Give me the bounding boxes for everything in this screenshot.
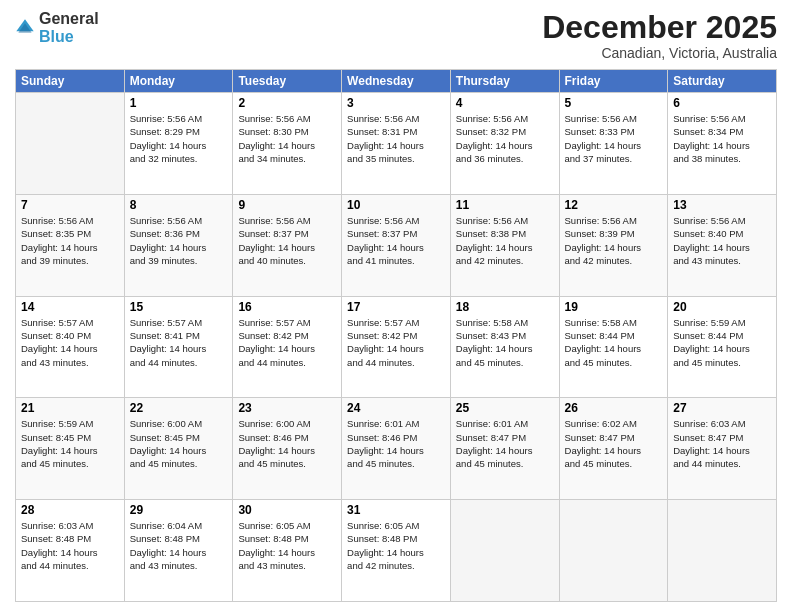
day-info: Sunrise: 6:05 AM Sunset: 8:48 PM Dayligh… bbox=[347, 519, 445, 572]
day-info: Sunrise: 5:56 AM Sunset: 8:37 PM Dayligh… bbox=[347, 214, 445, 267]
calendar-cell: 29Sunrise: 6:04 AM Sunset: 8:48 PM Dayli… bbox=[124, 500, 233, 602]
day-info: Sunrise: 5:57 AM Sunset: 8:42 PM Dayligh… bbox=[347, 316, 445, 369]
day-number: 3 bbox=[347, 96, 445, 110]
calendar-cell: 6Sunrise: 5:56 AM Sunset: 8:34 PM Daylig… bbox=[668, 93, 777, 195]
calendar-cell: 16Sunrise: 5:57 AM Sunset: 8:42 PM Dayli… bbox=[233, 296, 342, 398]
day-info: Sunrise: 5:59 AM Sunset: 8:44 PM Dayligh… bbox=[673, 316, 771, 369]
calendar-header-row: SundayMondayTuesdayWednesdayThursdayFrid… bbox=[16, 70, 777, 93]
calendar-cell: 19Sunrise: 5:58 AM Sunset: 8:44 PM Dayli… bbox=[559, 296, 668, 398]
calendar-cell: 14Sunrise: 5:57 AM Sunset: 8:40 PM Dayli… bbox=[16, 296, 125, 398]
day-of-week-header: Friday bbox=[559, 70, 668, 93]
calendar-week-row: 28Sunrise: 6:03 AM Sunset: 8:48 PM Dayli… bbox=[16, 500, 777, 602]
calendar-cell: 2Sunrise: 5:56 AM Sunset: 8:30 PM Daylig… bbox=[233, 93, 342, 195]
calendar-cell: 20Sunrise: 5:59 AM Sunset: 8:44 PM Dayli… bbox=[668, 296, 777, 398]
day-info: Sunrise: 5:56 AM Sunset: 8:32 PM Dayligh… bbox=[456, 112, 554, 165]
day-info: Sunrise: 6:03 AM Sunset: 8:48 PM Dayligh… bbox=[21, 519, 119, 572]
day-of-week-header: Monday bbox=[124, 70, 233, 93]
day-info: Sunrise: 5:59 AM Sunset: 8:45 PM Dayligh… bbox=[21, 417, 119, 470]
calendar-table: SundayMondayTuesdayWednesdayThursdayFrid… bbox=[15, 69, 777, 602]
day-number: 8 bbox=[130, 198, 228, 212]
day-info: Sunrise: 5:56 AM Sunset: 8:39 PM Dayligh… bbox=[565, 214, 663, 267]
day-info: Sunrise: 6:02 AM Sunset: 8:47 PM Dayligh… bbox=[565, 417, 663, 470]
day-number: 27 bbox=[673, 401, 771, 415]
day-number: 25 bbox=[456, 401, 554, 415]
day-of-week-header: Thursday bbox=[450, 70, 559, 93]
calendar-week-row: 14Sunrise: 5:57 AM Sunset: 8:40 PM Dayli… bbox=[16, 296, 777, 398]
day-info: Sunrise: 5:57 AM Sunset: 8:41 PM Dayligh… bbox=[130, 316, 228, 369]
calendar-cell: 27Sunrise: 6:03 AM Sunset: 8:47 PM Dayli… bbox=[668, 398, 777, 500]
day-info: Sunrise: 6:01 AM Sunset: 8:46 PM Dayligh… bbox=[347, 417, 445, 470]
logo-blue-text: Blue bbox=[39, 28, 74, 45]
calendar-cell: 15Sunrise: 5:57 AM Sunset: 8:41 PM Dayli… bbox=[124, 296, 233, 398]
day-info: Sunrise: 5:56 AM Sunset: 8:38 PM Dayligh… bbox=[456, 214, 554, 267]
day-info: Sunrise: 6:04 AM Sunset: 8:48 PM Dayligh… bbox=[130, 519, 228, 572]
calendar-cell: 28Sunrise: 6:03 AM Sunset: 8:48 PM Dayli… bbox=[16, 500, 125, 602]
day-info: Sunrise: 5:57 AM Sunset: 8:42 PM Dayligh… bbox=[238, 316, 336, 369]
day-number: 21 bbox=[21, 401, 119, 415]
day-info: Sunrise: 5:56 AM Sunset: 8:37 PM Dayligh… bbox=[238, 214, 336, 267]
calendar-cell: 25Sunrise: 6:01 AM Sunset: 8:47 PM Dayli… bbox=[450, 398, 559, 500]
day-number: 26 bbox=[565, 401, 663, 415]
calendar-cell bbox=[16, 93, 125, 195]
day-info: Sunrise: 6:00 AM Sunset: 8:45 PM Dayligh… bbox=[130, 417, 228, 470]
logo-general-text: General bbox=[39, 10, 99, 27]
day-info: Sunrise: 5:56 AM Sunset: 8:40 PM Dayligh… bbox=[673, 214, 771, 267]
day-number: 7 bbox=[21, 198, 119, 212]
day-info: Sunrise: 5:56 AM Sunset: 8:33 PM Dayligh… bbox=[565, 112, 663, 165]
day-info: Sunrise: 5:56 AM Sunset: 8:34 PM Dayligh… bbox=[673, 112, 771, 165]
day-info: Sunrise: 6:03 AM Sunset: 8:47 PM Dayligh… bbox=[673, 417, 771, 470]
calendar-cell bbox=[450, 500, 559, 602]
page-header: General Blue December 2025 Canadian, Vic… bbox=[15, 10, 777, 61]
calendar-week-row: 7Sunrise: 5:56 AM Sunset: 8:35 PM Daylig… bbox=[16, 194, 777, 296]
calendar-cell: 21Sunrise: 5:59 AM Sunset: 8:45 PM Dayli… bbox=[16, 398, 125, 500]
day-number: 16 bbox=[238, 300, 336, 314]
day-info: Sunrise: 5:56 AM Sunset: 8:31 PM Dayligh… bbox=[347, 112, 445, 165]
day-number: 28 bbox=[21, 503, 119, 517]
day-info: Sunrise: 5:56 AM Sunset: 8:36 PM Dayligh… bbox=[130, 214, 228, 267]
calendar-cell: 5Sunrise: 5:56 AM Sunset: 8:33 PM Daylig… bbox=[559, 93, 668, 195]
day-number: 14 bbox=[21, 300, 119, 314]
calendar-cell: 24Sunrise: 6:01 AM Sunset: 8:46 PM Dayli… bbox=[342, 398, 451, 500]
day-number: 9 bbox=[238, 198, 336, 212]
calendar-cell: 30Sunrise: 6:05 AM Sunset: 8:48 PM Dayli… bbox=[233, 500, 342, 602]
calendar-cell: 23Sunrise: 6:00 AM Sunset: 8:46 PM Dayli… bbox=[233, 398, 342, 500]
calendar-cell: 7Sunrise: 5:56 AM Sunset: 8:35 PM Daylig… bbox=[16, 194, 125, 296]
calendar-cell: 26Sunrise: 6:02 AM Sunset: 8:47 PM Dayli… bbox=[559, 398, 668, 500]
day-number: 10 bbox=[347, 198, 445, 212]
day-number: 11 bbox=[456, 198, 554, 212]
calendar-cell: 10Sunrise: 5:56 AM Sunset: 8:37 PM Dayli… bbox=[342, 194, 451, 296]
calendar-cell: 8Sunrise: 5:56 AM Sunset: 8:36 PM Daylig… bbox=[124, 194, 233, 296]
calendar-cell: 22Sunrise: 6:00 AM Sunset: 8:45 PM Dayli… bbox=[124, 398, 233, 500]
day-info: Sunrise: 5:56 AM Sunset: 8:35 PM Dayligh… bbox=[21, 214, 119, 267]
day-number: 29 bbox=[130, 503, 228, 517]
logo-icon bbox=[15, 18, 35, 38]
day-number: 6 bbox=[673, 96, 771, 110]
day-of-week-header: Saturday bbox=[668, 70, 777, 93]
day-number: 20 bbox=[673, 300, 771, 314]
day-number: 18 bbox=[456, 300, 554, 314]
day-number: 13 bbox=[673, 198, 771, 212]
day-of-week-header: Wednesday bbox=[342, 70, 451, 93]
calendar-body: 1Sunrise: 5:56 AM Sunset: 8:29 PM Daylig… bbox=[16, 93, 777, 602]
day-number: 17 bbox=[347, 300, 445, 314]
day-number: 23 bbox=[238, 401, 336, 415]
day-of-week-header: Sunday bbox=[16, 70, 125, 93]
calendar-cell bbox=[668, 500, 777, 602]
calendar-cell: 13Sunrise: 5:56 AM Sunset: 8:40 PM Dayli… bbox=[668, 194, 777, 296]
day-number: 31 bbox=[347, 503, 445, 517]
day-number: 4 bbox=[456, 96, 554, 110]
day-of-week-header: Tuesday bbox=[233, 70, 342, 93]
calendar-week-row: 21Sunrise: 5:59 AM Sunset: 8:45 PM Dayli… bbox=[16, 398, 777, 500]
day-number: 22 bbox=[130, 401, 228, 415]
calendar-cell: 17Sunrise: 5:57 AM Sunset: 8:42 PM Dayli… bbox=[342, 296, 451, 398]
day-number: 15 bbox=[130, 300, 228, 314]
logo: General Blue bbox=[15, 10, 99, 45]
calendar-cell: 1Sunrise: 5:56 AM Sunset: 8:29 PM Daylig… bbox=[124, 93, 233, 195]
calendar-cell: 11Sunrise: 5:56 AM Sunset: 8:38 PM Dayli… bbox=[450, 194, 559, 296]
calendar-cell: 31Sunrise: 6:05 AM Sunset: 8:48 PM Dayli… bbox=[342, 500, 451, 602]
day-info: Sunrise: 5:58 AM Sunset: 8:43 PM Dayligh… bbox=[456, 316, 554, 369]
calendar-cell: 4Sunrise: 5:56 AM Sunset: 8:32 PM Daylig… bbox=[450, 93, 559, 195]
calendar-cell: 12Sunrise: 5:56 AM Sunset: 8:39 PM Dayli… bbox=[559, 194, 668, 296]
calendar-cell: 18Sunrise: 5:58 AM Sunset: 8:43 PM Dayli… bbox=[450, 296, 559, 398]
day-number: 19 bbox=[565, 300, 663, 314]
